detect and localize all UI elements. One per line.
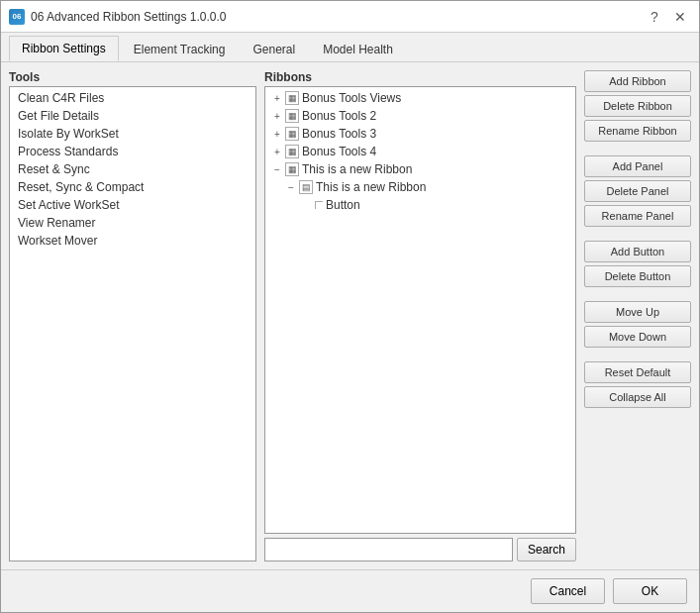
tree-label-1: Bonus Tools 2	[302, 109, 376, 123]
move-up-button[interactable]: Move Up	[584, 301, 691, 323]
tool-item-7[interactable]: View Renamer	[12, 214, 253, 232]
right-buttons-section: Add Ribbon Delete Ribbon Rename Ribbon A…	[584, 70, 691, 562]
tool-item-8[interactable]: Workset Mover	[12, 232, 253, 250]
ok-button[interactable]: OK	[613, 578, 687, 604]
tree-item-0[interactable]: + ▦ Bonus Tools Views	[267, 89, 573, 107]
tree-item-4[interactable]: − ▦ This is a new Ribbon	[267, 160, 573, 178]
delete-panel-button[interactable]: Delete Panel	[584, 180, 691, 202]
tab-model-health[interactable]: Model Health	[310, 37, 406, 61]
title-bar: 06 06 Advanced Ribbon Settings 1.0.0.0 ?…	[1, 1, 699, 33]
tree-item-5[interactable]: − ▤ This is a new Ribbon	[267, 178, 573, 196]
tree-item-6[interactable]: · Button	[267, 196, 573, 214]
tree-label-3: Bonus Tools 4	[302, 145, 376, 158]
delete-ribbon-button[interactable]: Delete Ribbon	[584, 95, 691, 117]
tool-item-2[interactable]: Isolate By WorkSet	[12, 125, 253, 143]
tree-item-3[interactable]: + ▦ Bonus Tools 4	[267, 143, 573, 160]
reset-default-button[interactable]: Reset Default	[584, 361, 691, 383]
tab-bar: Ribbon Settings Element Tracking General…	[1, 33, 699, 62]
tree-label-5: This is a new Ribbon	[316, 180, 426, 194]
add-button-button[interactable]: Add Button	[584, 241, 691, 262]
app-icon: 06	[9, 9, 25, 25]
help-button[interactable]: ?	[644, 6, 665, 28]
window-title: 06 Advanced Ribbon Settings 1.0.0.0	[31, 10, 226, 24]
tools-section: Tools Clean C4R Files Get File Details I…	[9, 70, 256, 562]
rename-panel-button[interactable]: Rename Panel	[584, 205, 691, 227]
tree-icon-1: ▦	[285, 109, 299, 123]
expander-3[interactable]: +	[269, 144, 285, 159]
separator-1	[584, 145, 691, 153]
main-window: 06 06 Advanced Ribbon Settings 1.0.0.0 ?…	[0, 0, 700, 613]
collapse-all-button[interactable]: Collapse All	[584, 386, 691, 408]
delete-button-button[interactable]: Delete Button	[584, 265, 691, 287]
expander-0[interactable]: +	[269, 90, 285, 106]
search-input[interactable]	[264, 538, 513, 562]
ribbon-tree[interactable]: + ▦ Bonus Tools Views + ▦ Bonus Tools 2 …	[264, 86, 576, 534]
add-ribbon-button[interactable]: Add Ribbon	[584, 70, 691, 92]
search-button[interactable]: Search	[517, 538, 576, 562]
cancel-button[interactable]: Cancel	[531, 578, 605, 604]
tool-item-4[interactable]: Reset & Sync	[12, 160, 253, 178]
add-panel-button[interactable]: Add Panel	[584, 155, 691, 177]
tree-label-6: Button	[326, 198, 360, 212]
ribbons-label: Ribbons	[264, 70, 576, 84]
expander-6: ·	[299, 197, 315, 213]
tool-item-1[interactable]: Get File Details	[12, 107, 253, 125]
tree-item-2[interactable]: + ▦ Bonus Tools 3	[267, 125, 573, 143]
tool-item-3[interactable]: Process Standards	[12, 143, 253, 160]
tree-item-1[interactable]: + ▦ Bonus Tools 2	[267, 107, 573, 125]
tab-ribbon-settings[interactable]: Ribbon Settings	[9, 36, 119, 61]
separator-3	[584, 290, 691, 298]
tool-item-5[interactable]: Reset, Sync & Compact	[12, 178, 253, 196]
title-bar-controls: ? ✕	[644, 6, 691, 28]
tree-icon-2: ▦	[285, 127, 299, 141]
title-bar-left: 06 06 Advanced Ribbon Settings 1.0.0.0	[9, 9, 226, 25]
expander-5[interactable]: −	[283, 179, 299, 195]
expander-1[interactable]: +	[269, 108, 285, 124]
tree-label-2: Bonus Tools 3	[302, 127, 376, 141]
close-button[interactable]: ✕	[669, 6, 691, 28]
ribbons-section: Ribbons + ▦ Bonus Tools Views + ▦ Bonus …	[264, 70, 576, 562]
main-content: Tools Clean C4R Files Get File Details I…	[1, 62, 699, 569]
tree-icon-0: ▦	[285, 91, 299, 105]
tree-icon-5: ▤	[299, 180, 313, 194]
tools-list[interactable]: Clean C4R Files Get File Details Isolate…	[9, 86, 256, 562]
tree-label-4: This is a new Ribbon	[302, 162, 412, 176]
expander-4[interactable]: −	[269, 161, 285, 177]
separator-4	[584, 351, 691, 358]
tab-element-tracking[interactable]: Element Tracking	[121, 37, 239, 61]
tab-general[interactable]: General	[240, 37, 308, 61]
tools-label: Tools	[9, 70, 256, 84]
tree-connector	[315, 201, 323, 209]
expander-2[interactable]: +	[269, 126, 285, 142]
separator-2	[584, 230, 691, 238]
tool-item-0[interactable]: Clean C4R Files	[12, 89, 253, 107]
tool-item-6[interactable]: Set Active WorkSet	[12, 196, 253, 214]
tree-label-0: Bonus Tools Views	[302, 91, 401, 105]
search-row: Search	[264, 534, 576, 562]
move-down-button[interactable]: Move Down	[584, 326, 691, 348]
rename-ribbon-button[interactable]: Rename Ribbon	[584, 120, 691, 142]
footer: Cancel OK	[1, 569, 699, 612]
tree-icon-4: ▦	[285, 162, 299, 176]
tree-icon-3: ▦	[285, 145, 299, 158]
